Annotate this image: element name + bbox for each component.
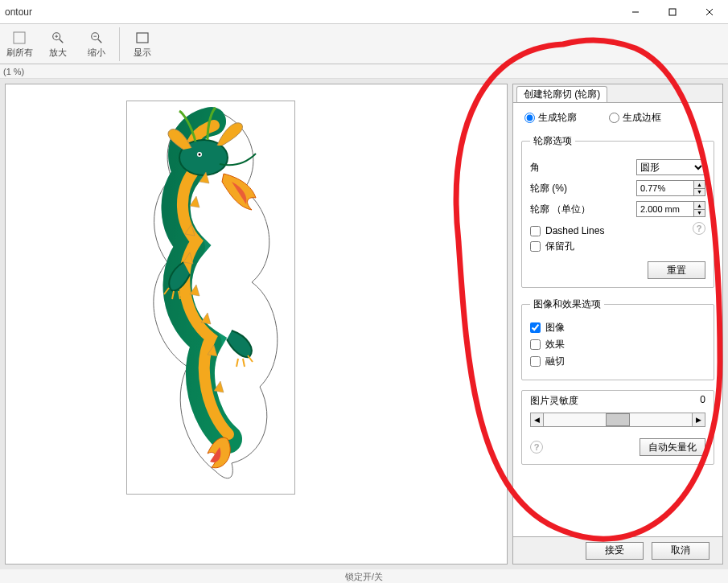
contour-pct-spinner[interactable]: ▲ ▼ [636,180,705,196]
auto-vectorize-button[interactable]: 自动矢量化 [640,438,705,456]
image-effect-legend: 图像和效果选项 [530,298,604,311]
dashed-lines-label: Dashed Lines [545,225,604,236]
cancel-button[interactable]: 取消 [652,542,709,560]
radio-border-input[interactable] [609,113,619,123]
close-icon [705,8,714,16]
radio-generate-contour[interactable]: 生成轮廓 [524,111,577,125]
panel-footer: 接受 取消 [513,536,722,564]
contour-unit-spinner[interactable]: ▲ ▼ [636,201,705,217]
effect-check-label: 效果 [545,338,565,351]
slider-thumb[interactable] [606,413,630,426]
zoom-status: (1 %) [3,67,24,76]
svg-line-10 [98,39,102,43]
show-icon [135,31,150,45]
title-bar: ontour [0,0,728,24]
zoom-out-icon [89,31,104,45]
contour-pct-label: 轮廓 (%) [530,182,636,195]
radio-generate-border[interactable]: 生成边框 [609,111,661,125]
image-effect-group: 图像和效果选项 图像 效果 融切 [521,298,714,380]
sensitivity-label: 图片灵敏度 [530,394,578,408]
minimize-icon [631,8,640,16]
corner-label: 角 [530,161,636,174]
tab-label: 创建轮廓切 (轮廓) [524,88,600,101]
refresh-icon [12,31,27,45]
melt-check[interactable]: 融切 [530,355,705,368]
accept-button[interactable]: 接受 [586,542,644,560]
slider-left-icon[interactable]: ◀ [531,413,544,426]
spinner-up-icon[interactable]: ▲ [694,202,705,210]
minimize-button[interactable] [617,0,654,24]
status-text: 锁定开/关 [345,571,383,583]
show-label: 显示 [134,47,151,59]
radio-contour-label: 生成轮廓 [538,111,577,125]
dashed-lines-input[interactable] [530,226,541,236]
effect-check[interactable]: 效果 [530,338,705,351]
effect-check-input[interactable] [530,339,541,350]
panel-tabbar: 创建轮廓切 (轮廓) [513,84,722,102]
show-button[interactable]: 显示 [123,26,162,63]
side-panel: 创建轮廓切 (轮廓) 生成轮廓 生成边框 轮廓选项 角 [512,84,723,565]
cancel-label: 取消 [671,544,690,557]
radio-contour-input[interactable] [524,113,535,123]
auto-vectorize-label: 自动矢量化 [648,441,697,454]
help-icon[interactable]: ? [693,222,705,235]
zoom-status-row: (1 %) [0,64,728,79]
zoom-out-label: 缩小 [88,47,105,59]
image-check-label: 图像 [545,321,565,335]
melt-check-input[interactable] [530,356,541,367]
spinner-down-icon[interactable]: ▼ [694,189,705,196]
close-button[interactable] [691,0,728,24]
sensitivity-slider[interactable]: ◀ ▶ [530,413,705,427]
reset-button[interactable]: 重置 [648,261,705,279]
toolbar: 刷所有 放大 缩小 显示 [0,24,728,64]
preview-canvas[interactable] [5,84,508,565]
refresh-all-button[interactable]: 刷所有 [0,26,39,63]
image-check[interactable]: 图像 [530,321,705,335]
zoom-in-icon [51,31,65,45]
dashed-lines-check[interactable]: Dashed Lines [530,225,693,236]
zoom-out-button[interactable]: 缩小 [77,26,116,63]
window-title: ontour [0,6,617,18]
sensitivity-value: 0 [700,394,705,408]
panel-body: 生成轮廓 生成边框 轮廓选项 角 圆形 [513,102,722,536]
mode-radios: 生成轮廓 生成边框 [521,111,714,125]
tab-create-contour[interactable]: 创建轮廓切 (轮廓) [516,86,607,102]
maximize-button[interactable] [654,0,691,24]
contour-unit-label: 轮廓 （单位） [530,203,636,216]
spinner-up-icon[interactable]: ▲ [694,181,705,189]
spinner-down-icon[interactable]: ▼ [694,210,705,217]
keep-holes-input[interactable] [530,241,541,252]
image-check-input[interactable] [530,322,541,333]
accept-label: 接受 [605,544,624,557]
svg-point-15 [199,154,201,156]
melt-check-label: 融切 [545,355,565,368]
dragon-image [127,101,296,495]
contour-pct-input[interactable] [637,181,693,195]
corner-select[interactable]: 圆形 [636,159,705,175]
keep-holes-check[interactable]: 保留孔 [530,240,693,253]
zoom-in-button[interactable]: 放大 [39,26,77,63]
maximize-icon [668,8,677,16]
sensitivity-group: 图片灵敏度 0 ◀ ▶ ? 自动矢量化 [521,390,714,465]
svg-rect-12 [137,33,148,43]
keep-holes-label: 保留孔 [545,240,574,253]
main-area: 创建轮廓切 (轮廓) 生成轮廓 生成边框 轮廓选项 角 [0,79,728,569]
help-icon[interactable]: ? [530,441,543,454]
contour-unit-input[interactable] [637,202,693,216]
slider-track[interactable] [544,413,692,426]
contour-options-group: 轮廓选项 角 圆形 轮廓 (%) ▲ [521,134,714,288]
reset-label: 重置 [667,264,686,277]
radio-border-label: 生成边框 [623,111,661,125]
svg-line-6 [60,39,64,43]
status-bar: 锁定开/关 [0,569,728,583]
toolbar-separator [119,27,120,61]
svg-rect-1 [669,9,676,15]
artwork-preview [126,101,295,495]
zoom-in-label: 放大 [49,47,67,59]
svg-rect-4 [14,32,25,43]
refresh-all-label: 刷所有 [6,47,33,59]
contour-options-legend: 轮廓选项 [530,134,575,148]
slider-right-icon[interactable]: ▶ [692,413,705,426]
